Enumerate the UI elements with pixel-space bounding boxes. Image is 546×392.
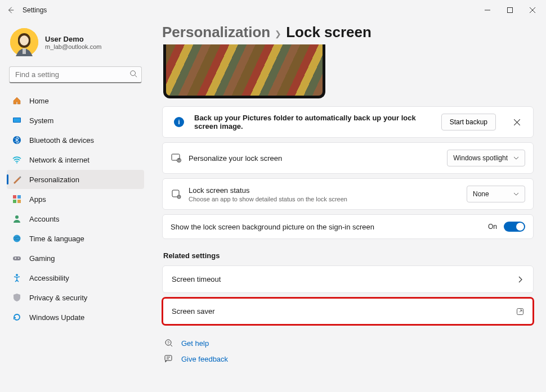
nav-accounts[interactable]: Accounts bbox=[7, 209, 144, 228]
backup-banner: i Back up your Pictures folder to automa… bbox=[162, 106, 534, 138]
close-button[interactable] bbox=[521, 2, 544, 19]
screen-saver-row[interactable]: Screen saver bbox=[162, 298, 534, 325]
wifi-icon bbox=[12, 155, 21, 164]
nav-label: Accounts bbox=[29, 215, 59, 223]
nav-privacy[interactable]: Privacy & security bbox=[7, 288, 144, 307]
close-icon bbox=[530, 7, 535, 13]
nav-label: Bluetooth & devices bbox=[29, 136, 94, 145]
nav-update[interactable]: Windows Update bbox=[7, 308, 144, 327]
signin-picture-toggle[interactable] bbox=[504, 222, 525, 232]
give-feedback-row[interactable]: Give feedback bbox=[162, 351, 534, 367]
system-icon bbox=[12, 116, 21, 125]
close-icon bbox=[514, 119, 520, 125]
dropdown-value: Windows spotlight bbox=[453, 154, 508, 162]
shield-icon bbox=[12, 293, 21, 302]
svg-point-19 bbox=[18, 258, 19, 259]
dismiss-banner-button[interactable] bbox=[508, 119, 525, 125]
breadcrumb-current: Lock screen bbox=[286, 24, 372, 41]
nav-label: Privacy & security bbox=[29, 294, 87, 302]
row-label: Screen saver bbox=[172, 307, 215, 316]
svg-point-27 bbox=[177, 195, 181, 199]
nav-network[interactable]: Network & internet bbox=[7, 150, 144, 169]
chevron-down-icon bbox=[513, 155, 519, 161]
get-help-link: Get help bbox=[181, 339, 209, 348]
svg-rect-32 bbox=[165, 355, 172, 361]
get-help-row[interactable]: ? Get help bbox=[162, 335, 534, 351]
app-title: Settings bbox=[23, 6, 47, 14]
personalize-label: Personalize your lock screen bbox=[189, 154, 282, 163]
svg-text:?: ? bbox=[167, 341, 169, 345]
nav-label: System bbox=[29, 116, 53, 125]
svg-point-5 bbox=[20, 35, 29, 46]
avatar bbox=[10, 28, 38, 56]
toggle-state: On bbox=[488, 223, 497, 231]
screen-timeout-row[interactable]: Screen timeout bbox=[162, 265, 534, 293]
feedback-icon bbox=[163, 354, 174, 363]
nav-label: Home bbox=[29, 97, 49, 105]
user-email: m_lab@outlook.com bbox=[45, 43, 101, 50]
backup-message: Back up your Pictures folder to automati… bbox=[194, 114, 435, 130]
help-icon: ? bbox=[163, 339, 174, 348]
apps-icon bbox=[12, 195, 21, 204]
update-icon bbox=[12, 313, 21, 322]
breadcrumb: Personalization ❯ Lock screen bbox=[162, 24, 534, 41]
status-row: Lock screen status Choose an app to show… bbox=[162, 178, 534, 210]
status-dropdown[interactable]: None bbox=[467, 186, 525, 202]
status-app-icon bbox=[171, 189, 182, 199]
nav-bluetooth[interactable]: Bluetooth & devices bbox=[7, 130, 144, 150]
minimize-button[interactable] bbox=[476, 2, 499, 19]
nav-time[interactable]: Time & language bbox=[7, 229, 144, 248]
start-backup-button[interactable]: Start backup bbox=[441, 114, 496, 130]
svg-point-20 bbox=[16, 274, 18, 276]
signin-picture-label: Show the lock screen background picture … bbox=[171, 223, 374, 231]
svg-rect-13 bbox=[17, 195, 21, 199]
person-icon bbox=[12, 214, 21, 223]
bluetooth-icon bbox=[12, 136, 21, 145]
main-content: Personalization ❯ Lock screen i Back up … bbox=[151, 20, 546, 392]
back-button[interactable] bbox=[2, 6, 19, 14]
give-feedback-link: Give feedback bbox=[181, 355, 228, 363]
svg-rect-18 bbox=[13, 256, 21, 260]
search-container bbox=[9, 66, 142, 83]
minimize-icon bbox=[485, 7, 490, 13]
nav-gaming[interactable]: Gaming bbox=[7, 249, 144, 268]
search-icon bbox=[129, 70, 137, 79]
svg-line-7 bbox=[135, 75, 137, 78]
gamepad-icon bbox=[12, 254, 21, 263]
sidebar: User Demo m_lab@outlook.com Home System … bbox=[0, 20, 151, 392]
image-lock-icon bbox=[171, 153, 182, 163]
nav-label: Time & language bbox=[29, 235, 84, 243]
svg-point-16 bbox=[15, 215, 19, 219]
svg-point-11 bbox=[16, 163, 17, 164]
breadcrumb-parent[interactable]: Personalization bbox=[162, 24, 270, 41]
maximize-icon bbox=[507, 7, 513, 13]
accessibility-icon bbox=[12, 273, 21, 282]
nav-label: Personalization bbox=[29, 175, 79, 184]
svg-point-17 bbox=[14, 235, 21, 242]
globe-icon bbox=[12, 234, 21, 243]
maximize-button[interactable] bbox=[499, 2, 521, 19]
row-label: Screen timeout bbox=[172, 275, 221, 283]
title-bar: Settings bbox=[0, 0, 546, 20]
svg-point-24 bbox=[177, 159, 181, 163]
nav-system[interactable]: System bbox=[7, 111, 144, 130]
search-input[interactable] bbox=[9, 66, 142, 83]
nav-home[interactable]: Home bbox=[7, 91, 144, 110]
nav-accessibility[interactable]: Accessibility bbox=[7, 268, 144, 287]
nav-label: Accessibility bbox=[29, 274, 69, 282]
nav-label: Network & internet bbox=[29, 156, 89, 164]
nav-apps[interactable]: Apps bbox=[7, 190, 144, 209]
related-settings-header: Related settings bbox=[163, 251, 534, 260]
svg-rect-12 bbox=[13, 195, 16, 199]
signin-picture-row: Show the lock screen background picture … bbox=[162, 214, 534, 239]
avatar-icon bbox=[10, 28, 38, 56]
chevron-right-icon bbox=[517, 276, 524, 283]
home-icon bbox=[12, 96, 21, 105]
account-header[interactable]: User Demo m_lab@outlook.com bbox=[7, 25, 144, 64]
chevron-down-icon bbox=[513, 191, 519, 197]
open-external-icon bbox=[516, 308, 524, 316]
svg-rect-1 bbox=[508, 8, 513, 13]
nav-personalization[interactable]: Personalization bbox=[7, 170, 144, 189]
svg-rect-14 bbox=[13, 200, 16, 203]
personalize-dropdown[interactable]: Windows spotlight bbox=[447, 150, 525, 166]
